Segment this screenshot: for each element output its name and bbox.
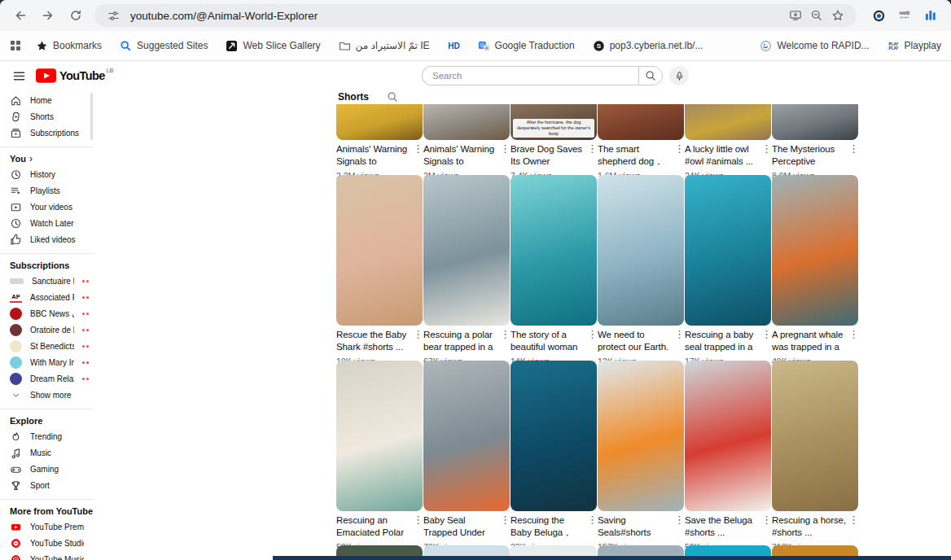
video-title[interactable]: Baby Seal Trapped Under Rock, Mother ... xyxy=(423,514,500,540)
sidebar-you-header[interactable]: You › xyxy=(0,151,94,166)
video-title[interactable]: The smart shepherd dog，#animals ... xyxy=(598,143,674,168)
invid-extension-icon[interactable]: InVID xyxy=(897,8,912,23)
sidebar-item-gaming[interactable]: Gaming xyxy=(0,461,94,477)
site-settings-icon[interactable] xyxy=(103,5,124,26)
shorts-card[interactable]: Baby Seal Trapped Under Rock, Mother ...… xyxy=(423,361,510,552)
youtube-logo[interactable]: YouTube LB xyxy=(36,68,113,83)
shorts-card[interactable]: Rescuing the Baby Beluga，#shorts ...28K … xyxy=(511,361,597,552)
video-title[interactable]: A lucky little owl #owl #animals ... xyxy=(685,143,761,168)
shorts-card[interactable]: Saving Seals#shorts #animals#rescue#seal… xyxy=(598,361,684,552)
bookmark-item[interactable]: Web Slice Gallery xyxy=(226,40,320,52)
url-text[interactable]: youtube.com/@Animal-World-Explorer xyxy=(130,10,785,22)
video-thumbnail[interactable] xyxy=(511,545,597,556)
video-thumbnail[interactable] xyxy=(511,361,597,511)
bookmark-item[interactable]: GAGoogle Traduction xyxy=(478,40,575,52)
shorts-card[interactable]: Rescuing a baby seal trapped in a plasti… xyxy=(685,175,771,366)
shorts-card[interactable]: Rescue the Baby Shark #shorts ...18K vie… xyxy=(336,175,423,366)
back-button[interactable] xyxy=(7,2,34,29)
video-thumbnail[interactable] xyxy=(772,361,858,511)
sidebar-subscription-channel[interactable]: St Benedicts Bur... xyxy=(0,338,94,354)
sidebar-subscription-channel[interactable]: BBC News عربي xyxy=(0,305,94,322)
video-thumbnail[interactable] xyxy=(598,545,684,556)
channel-search-icon[interactable] xyxy=(387,91,398,103)
video-thumbnail[interactable] xyxy=(423,361,510,511)
video-title[interactable]: Saving Seals#shorts #animals#rescue#seal xyxy=(598,514,674,540)
video-thumbnail[interactable] xyxy=(685,104,771,140)
bookmark-item[interactable]: تمّ الاستيراد من IE xyxy=(339,40,430,52)
shorts-card[interactable]: Save the Beluga #shorts ...50K views⋮ xyxy=(685,361,771,552)
eye-extension-icon[interactable] xyxy=(871,8,886,23)
tab-shorts[interactable]: Shorts xyxy=(338,91,369,103)
shorts-card[interactable] xyxy=(772,545,858,556)
reload-button[interactable] xyxy=(62,2,90,29)
video-title[interactable]: Animals' Warning Signals to Humans xyxy=(336,143,413,168)
video-thumbnail[interactable] xyxy=(598,361,684,511)
video-thumbnail[interactable] xyxy=(336,104,423,140)
video-title[interactable]: Rescuing the Baby Beluga，#shorts ... xyxy=(511,514,587,540)
video-thumbnail[interactable] xyxy=(772,175,858,326)
video-thumbnail[interactable] xyxy=(423,175,510,326)
video-title[interactable]: The story of a beautiful woman and a bab… xyxy=(511,329,587,354)
video-thumbnail[interactable] xyxy=(336,361,423,511)
shorts-card[interactable]: Animals' Warning Signals to Humans"2M vi… xyxy=(423,104,510,181)
shorts-card[interactable]: After the hurricane, the dog desperately… xyxy=(511,104,597,181)
sidebar-subscription-channel[interactable]: Sanctuaire Notre... xyxy=(0,273,94,289)
bookmark-item[interactable]: Spop3.cyberia.net.lb/... xyxy=(593,40,703,52)
sidebar-item-liked-videos[interactable]: Liked videos xyxy=(0,231,94,247)
video-thumbnail[interactable] xyxy=(598,104,684,140)
video-title[interactable]: A pregnant whale was trapped in a rope, … xyxy=(772,329,848,354)
bookmark-item[interactable]: Bookmarks xyxy=(36,40,102,52)
shorts-card[interactable]: The Mysterious Perceptive Abilities of .… xyxy=(772,104,858,181)
menu-hamburger-icon[interactable] xyxy=(8,65,29,86)
send-to-device-icon[interactable] xyxy=(785,5,806,26)
shorts-card[interactable] xyxy=(423,545,510,556)
video-thumbnail[interactable] xyxy=(772,104,858,140)
video-thumbnail[interactable] xyxy=(423,545,510,556)
address-bar[interactable]: youtube.com/@Animal-World-Explorer xyxy=(94,4,857,27)
shorts-card[interactable]: Rescuing an Emaciated Polar Bear Cub Due… xyxy=(336,361,423,552)
sidebar-item-youtube-premium[interactable]: YouTube Premium xyxy=(0,518,94,535)
sidebar-item-your-videos[interactable]: Your videos xyxy=(0,199,94,215)
video-title[interactable]: Rescuing a polar bear trapped in a fishi… xyxy=(423,329,500,354)
shorts-card[interactable]: We need to protect our Earth. #animals .… xyxy=(598,175,684,366)
sidebar-subscription-channel[interactable]: Oratoire de la Sal... xyxy=(0,322,94,338)
apps-grid-icon[interactable] xyxy=(10,40,21,52)
video-thumbnail[interactable]: After the hurricane, the dog desperately… xyxy=(511,104,597,140)
video-thumbnail[interactable] xyxy=(336,175,423,326)
forward-button[interactable] xyxy=(34,2,62,29)
sidebar-item-shorts[interactable]: Shorts xyxy=(0,108,94,125)
sidebar-item-youtube-studio[interactable]: YouTube Studio xyxy=(0,535,94,551)
sidebar-item-youtube-music[interactable]: YouTube Music xyxy=(0,551,94,560)
video-title[interactable]: Brave Dog Saves Its Owner #animals ... xyxy=(511,143,587,168)
video-title[interactable]: Save the Beluga #shorts ... xyxy=(685,514,761,540)
voice-search-button[interactable] xyxy=(669,66,689,85)
sidebar-item-music[interactable]: Music xyxy=(0,444,94,461)
shorts-card[interactable]: Animals' Warning Signals to Humans2.2M v… xyxy=(336,104,423,181)
sidebar-item-sport[interactable]: Sport xyxy=(0,477,94,493)
shorts-card[interactable]: The story of a beautiful woman and a bab… xyxy=(511,175,597,366)
sidebar-item-subscriptions[interactable]: Subscriptions xyxy=(0,125,94,141)
video-title[interactable]: Rescue the Baby Shark #shorts ... xyxy=(336,329,413,354)
shorts-card[interactable]: Rescuing a polar bear trapped in a fishi… xyxy=(423,175,510,366)
shorts-card[interactable] xyxy=(685,545,771,556)
video-title[interactable]: We need to protect our Earth. #animals .… xyxy=(598,329,674,354)
video-title[interactable]: Animals' Warning Signals to Humans" xyxy=(423,143,500,168)
video-thumbnail[interactable] xyxy=(772,545,858,556)
video-thumbnail[interactable] xyxy=(511,175,597,326)
bookmark-item[interactable]: HD xyxy=(448,40,460,52)
video-thumbnail[interactable] xyxy=(336,545,423,556)
video-title[interactable]: The Mysterious Perceptive Abilities of .… xyxy=(772,143,848,168)
search-input[interactable] xyxy=(423,71,638,81)
zoom-out-icon[interactable] xyxy=(806,5,827,26)
search-button[interactable] xyxy=(638,66,663,85)
sidebar-item-watch-later[interactable]: Watch Later xyxy=(0,215,94,231)
shorts-card[interactable]: A lucky little owl #owl #animals ...24K … xyxy=(685,104,771,181)
shorts-card[interactable]: Rescuing a horse, #shorts ...318K views⋮ xyxy=(772,361,858,552)
video-thumbnail[interactable] xyxy=(598,175,684,326)
sidebar-item-home[interactable]: Home xyxy=(0,92,94,108)
video-title[interactable]: Rescuing a horse, #shorts ... xyxy=(772,514,848,540)
shorts-card[interactable]: A pregnant whale was trapped in a rope, … xyxy=(772,175,858,366)
bookmark-item[interactable]: Suggested Sites xyxy=(120,40,208,52)
bookmark-star-icon[interactable] xyxy=(827,5,848,26)
video-thumbnail[interactable] xyxy=(685,175,771,326)
